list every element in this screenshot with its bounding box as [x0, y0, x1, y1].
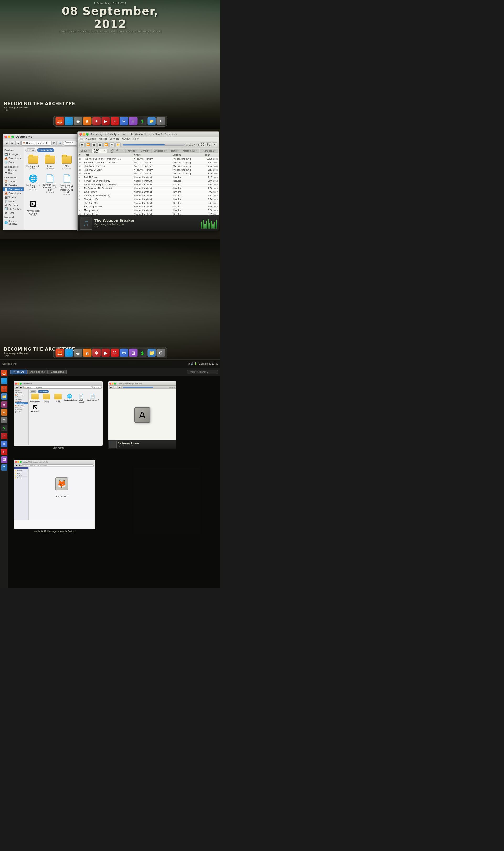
location-home-btn[interactable]: 🏠: [22, 142, 25, 144]
forward-btn[interactable]: ▶: [10, 141, 15, 145]
play-pause-btn[interactable]: ⏸: [97, 142, 103, 147]
tab-playlist-epic[interactable]: Playlist of Epic ✕: [107, 149, 125, 153]
window-close-btn[interactable]: [4, 136, 7, 138]
sidebar-browser-icon[interactable]: 🌐: [1, 378, 7, 384]
sidebar-desktop[interactable]: 🖥Desktop: [3, 183, 24, 187]
playlist-row[interactable]: 14 Untitled Nocturnal Mortum Weltanschau…: [78, 172, 219, 176]
location-bar[interactable]: 🏠 Home › Documents: [21, 141, 51, 145]
playlist-row[interactable]: 8 The Kept Man Murder Construct Results …: [78, 201, 219, 205]
switcher-search-input[interactable]: Type to search...: [187, 370, 218, 374]
next-btn[interactable]: ⏭: [109, 142, 115, 147]
dock-bottom-pattern[interactable]: ◈: [74, 349, 83, 357]
tab-new-stuff[interactable]: New Stuff ✕: [92, 149, 107, 153]
win-thumb-audacious[interactable]: Becoming the Archetype - Audacious ⏮ ⏸ ⏭…: [108, 382, 176, 449]
sidebar-music[interactable]: 🎵Music: [3, 199, 24, 203]
playlist-row[interactable]: 2 Compelled By Mediocrity Murder Constru…: [78, 179, 219, 183]
dock-photo-icon[interactable]: ⊞: [129, 117, 138, 125]
close-btn2[interactable]: ✕: [212, 142, 217, 147]
dock-bottom-settings[interactable]: ⚙: [157, 349, 165, 357]
file-icons[interactable]: Icons 65 items: [42, 154, 57, 171]
dock-bottom-terminal[interactable]: $: [138, 349, 147, 357]
window-minimize-btn[interactable]: [8, 136, 11, 138]
sidebar-terminal2-icon[interactable]: $: [1, 425, 7, 431]
sidebar-filesystem[interactable]: 💽File System: [3, 207, 24, 211]
audacious-playlist[interactable]: # Title Artist Album Year 10 The Knob Up…: [78, 153, 219, 215]
aud-minimize-btn[interactable]: [83, 133, 85, 136]
prev-btn[interactable]: ⏮: [79, 142, 85, 147]
breadcrumb-docs-btn[interactable]: Documents: [37, 148, 54, 152]
playlist-row[interactable]: 7 The Next Life Murder Construct Results…: [78, 198, 219, 201]
tab-testis[interactable]: Testis ✕: [169, 149, 181, 153]
playlist-row[interactable]: 1 Red All Over Murder Construct Results …: [78, 176, 219, 179]
sidebar-app2-icon[interactable]: ◈: [1, 401, 7, 408]
playlist-row[interactable]: 4 No Question, No Comment Murder Constru…: [78, 187, 219, 191]
dock-browser-icon[interactable]: 🌐: [65, 117, 73, 125]
dock-download-icon[interactable]: ⬇: [157, 117, 165, 125]
sidebar-trash[interactable]: 🗑Trash: [3, 211, 24, 215]
dock-terminal-icon[interactable]: $: [138, 117, 147, 125]
progress-bar[interactable]: [123, 144, 184, 145]
sidebar-ubuntu-icon[interactable]: ⊙: [1, 386, 7, 392]
menu-output[interactable]: Output: [122, 138, 130, 140]
playlist-row[interactable]: 5 Gold Digger Murder Construct Results 3…: [78, 191, 219, 194]
tab-vimod[interactable]: Vimod ✕: [139, 149, 152, 153]
sidebar-dl[interactable]: 📥Downloads: [3, 191, 24, 195]
aud-close-btn[interactable]: [79, 133, 82, 136]
dock-firefox-icon[interactable]: 🦊: [56, 117, 64, 125]
dock-bottom-browser[interactable]: 🌐: [65, 349, 73, 357]
sidebar-home[interactable]: 🏠Home: [3, 179, 24, 183]
sidebar-ubuntu-one[interactable]: ☁Ubuntu One: [3, 169, 24, 175]
tab-applications[interactable]: Applications: [27, 370, 48, 374]
playlist-row[interactable]: 12 The Taste Of Victory Nocturnal Mortum…: [78, 165, 219, 169]
playlist-row[interactable]: 10 Mercy, Mercy Murder Construct Results…: [78, 209, 219, 212]
tab-queue[interactable]: Queue ✕: [79, 149, 92, 153]
dock-bottom-music[interactable]: ▶: [102, 349, 110, 357]
rew-btn[interactable]: ⏪: [85, 142, 91, 147]
stop-btn[interactable]: ⏹: [91, 142, 96, 147]
dock-bottom-firefox[interactable]: 🦊: [56, 349, 64, 357]
dock-bottom-cal[interactable]: 31: [111, 349, 119, 357]
playlist-row[interactable]: 6 Compelled By Mediocrity Murder Constru…: [78, 194, 219, 198]
menu-playback[interactable]: Playback: [85, 138, 96, 140]
dock-bottom-amazon[interactable]: a: [83, 349, 92, 357]
file-bookmarks[interactable]: 🌐 bookmarks.html 187.0 kB: [25, 172, 41, 196]
sidebar-data[interactable]: 💿Data: [3, 160, 24, 164]
playlist-row[interactable]: 11 Harvesting The Seeds Of Death Nocturn…: [78, 161, 219, 165]
dock-bottom-folder[interactable]: 📁: [147, 349, 156, 357]
sidebar-downloads[interactable]: 📥Downloads: [3, 156, 24, 160]
file-gimp[interactable]: 📄 GIMP/Magazine+Issue+1.pdf 49.4 MB: [42, 172, 57, 196]
sidebar-help-icon[interactable]: ?: [1, 464, 7, 471]
playlist-row[interactable]: 13 The Way Of Glory Nocturnal Mortum Wel…: [78, 169, 219, 172]
dock-bottom-photo[interactable]: ⊞: [129, 349, 138, 357]
sidebar-browse-notes[interactable]: 🌐Browse Notes...: [3, 219, 24, 226]
sidebar-settings-icon[interactable]: ⚙: [1, 417, 7, 423]
dock-bottom-app[interactable]: ❖: [92, 349, 101, 357]
search-btn[interactable]: 🔍: [57, 141, 62, 145]
win-thumb-files[interactable]: Documents ◀ ▶ 🏠 Home › Documents Search …: [14, 382, 103, 449]
file-backgrounds[interactable]: Backgrounds 2 items: [25, 154, 41, 171]
tab-massomove[interactable]: Massomove ✕: [181, 149, 199, 153]
menu-playlist[interactable]: Playlist: [98, 138, 107, 140]
dock-calendar-icon[interactable]: 31: [111, 117, 119, 125]
sidebar-storage[interactable]: 💾Storage: [3, 152, 24, 156]
tab-playlist[interactable]: Playlist ✕: [125, 149, 139, 153]
tab-cryptkeep[interactable]: Cryptkeep ✕: [152, 149, 169, 153]
sidebar-music2-icon[interactable]: ♪: [1, 433, 7, 439]
playlist-row[interactable]: 3 Under The Weight Of The Wood Murder Co…: [78, 183, 219, 187]
dock-mail-icon[interactable]: ✉: [120, 117, 128, 125]
dock-bottom-mail[interactable]: ✉: [120, 349, 128, 357]
window-maximize-btn[interactable]: [11, 136, 14, 138]
sidebar-cal2-icon[interactable]: 31: [1, 449, 7, 455]
open-btn[interactable]: 📂: [115, 142, 121, 147]
sidebar-files-icon[interactable]: 📁: [1, 393, 7, 400]
file-osx[interactable]: OSX 132 items: [59, 154, 74, 171]
sidebar-firefox-icon[interactable]: 🦊: [1, 370, 7, 376]
menu-services[interactable]: Services: [109, 138, 120, 140]
playlist-row[interactable]: 9 Benign Ignorance Murder Construct Resu…: [78, 205, 219, 209]
sidebar-mail2-icon[interactable]: ✉: [1, 441, 7, 447]
playlist-row[interactable]: 10 The Knob Upon The Thread Of Fate Noct…: [78, 157, 219, 161]
ffw-btn[interactable]: ⏩: [104, 142, 109, 147]
file-waynes[interactable]: 🖼 waynes-world_2.jpg 29.3 kB: [25, 198, 41, 217]
up-btn[interactable]: ▲: [16, 141, 21, 145]
pl-btn[interactable]: PL: [206, 142, 211, 147]
